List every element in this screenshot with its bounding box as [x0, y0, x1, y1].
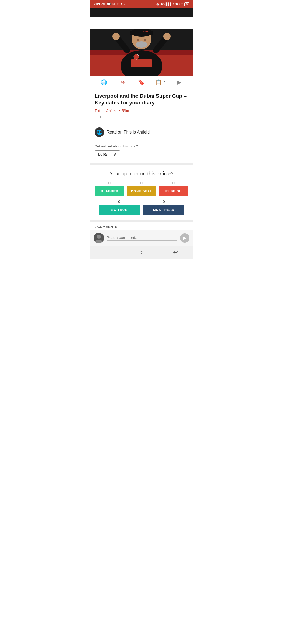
globe-action[interactable]: 🌐: [95, 79, 113, 85]
action-bar: 🌐 ↪ 🔖 📋 7 ▶: [90, 76, 193, 88]
battery-indicator: 97: [184, 2, 189, 6]
article-source: This Is Anfield • 53m: [95, 109, 188, 113]
source-name: This Is Anfield: [95, 109, 117, 113]
so-true-wrap: 0 SO TRUE: [99, 199, 140, 215]
copy-count: 7: [163, 80, 165, 84]
status-fb-icon: f: [121, 2, 122, 6]
share-icon: ↪: [121, 79, 125, 85]
alarm-icon: ⏰: [156, 3, 160, 6]
svg-rect-4: [131, 59, 152, 67]
copy-action[interactable]: 📋 7: [151, 79, 170, 85]
avatar-svg: [94, 233, 104, 243]
status-messenger-icon: 💬: [107, 2, 111, 6]
signal-bars: ▋▋▋: [166, 3, 172, 6]
section-divider: [90, 163, 193, 165]
must-read-wrap: 0 MUST READ: [143, 199, 184, 215]
send-icon: ▶: [183, 235, 187, 241]
blabber-count: 0: [108, 181, 111, 185]
play-icon: ▶: [177, 79, 181, 85]
opinion-section: Your opinion on this article? 0 BLABBER …: [90, 165, 193, 220]
hero-container: ← ⋮: [90, 8, 193, 76]
status-time: 7:09 PM: [94, 2, 105, 6]
nav-square-button[interactable]: □: [104, 249, 111, 256]
nav-home-button[interactable]: ○: [138, 249, 145, 256]
circle-icon: ○: [140, 249, 143, 256]
square-icon: □: [106, 249, 109, 256]
opinion-buttons-row1: 0 BLABBER 0 DONE DEAL 0 RUBBISH: [95, 181, 188, 196]
svg-rect-7: [130, 31, 153, 35]
nav-back-button[interactable]: ↩: [172, 249, 179, 256]
more-options-button[interactable]: ⋮: [183, 19, 188, 26]
copy-icon: 📋: [155, 79, 162, 85]
notify-tag-text: Dubai: [95, 151, 111, 158]
bookmark-action[interactable]: 🔖: [132, 79, 151, 85]
data-speed: 198 K/S: [173, 3, 183, 6]
status-bar: 7:09 PM 💬 ✉ P! f • ⏰ 4G ▋▋▋ 198 K/S 97: [90, 0, 193, 8]
done-deal-wrap: 0 DONE DEAL: [127, 181, 156, 196]
source-globe-icon: 🌐: [95, 127, 104, 137]
status-left: 7:09 PM 💬 ✉ P! f •: [94, 2, 125, 6]
done-deal-count: 0: [140, 181, 143, 185]
rubbish-button[interactable]: RUBBISH: [159, 186, 188, 196]
rubbish-count: 0: [172, 181, 175, 185]
article-time: 53m: [122, 109, 129, 113]
play-action[interactable]: ▶: [170, 79, 188, 85]
done-deal-button[interactable]: DONE DEAL: [127, 186, 156, 196]
read-on-label: Read on This Is Anfield: [107, 130, 150, 135]
nav-bar: □ ○ ↩: [90, 246, 193, 259]
share-action[interactable]: ↪: [113, 79, 132, 85]
article-content: Liverpool and the Dubai Super Cup – Key …: [90, 88, 193, 119]
user-avatar: [94, 233, 104, 243]
so-true-count: 0: [118, 199, 120, 204]
network-label: 4G: [161, 3, 165, 6]
svg-point-9: [144, 39, 146, 41]
svg-point-8: [137, 39, 139, 41]
article-comments-count: ... 0: [95, 115, 188, 119]
globe-icon: 🌐: [101, 79, 107, 85]
notify-label: Get notified about this topic?: [95, 144, 188, 148]
must-read-count: 0: [163, 199, 165, 204]
status-p-icon: P!: [117, 3, 119, 6]
article-title: Liverpool and the Dubai Super Cup – Key …: [95, 92, 188, 106]
opinion-title: Your opinion on this article?: [95, 171, 188, 177]
status-dot: •: [124, 2, 125, 6]
comments-divider: [90, 220, 193, 222]
source-dot: •: [119, 109, 120, 113]
read-on-section[interactable]: 🌐 Read on This Is Anfield: [90, 124, 193, 140]
status-msg-icon: ✉: [112, 2, 115, 6]
svg-point-17: [97, 235, 101, 239]
comments-header: 0 COMMENTS: [90, 222, 193, 230]
comment-input[interactable]: [107, 235, 177, 241]
svg-point-10: [136, 41, 147, 48]
blabber-button[interactable]: BLABBER: [95, 186, 124, 196]
svg-point-15: [134, 54, 139, 59]
notify-tag[interactable]: Dubai 🖊: [95, 150, 120, 158]
status-right: ⏰ 4G ▋▋▋ 198 K/S 97: [156, 2, 189, 6]
bookmark-icon: 🔖: [138, 79, 145, 85]
must-read-button[interactable]: MUST READ: [143, 205, 184, 215]
comment-input-bar: ▶: [90, 230, 193, 246]
blabber-wrap: 0 BLABBER: [95, 181, 124, 196]
header-bar: ← ⋮: [90, 17, 193, 29]
rubbish-wrap: 0 RUBBISH: [159, 181, 188, 196]
back-nav-icon: ↩: [173, 249, 178, 256]
notify-edit-icon[interactable]: 🖊: [111, 151, 120, 158]
send-comment-button[interactable]: ▶: [180, 233, 189, 243]
back-button[interactable]: ←: [95, 19, 100, 26]
notify-section: Get notified about this topic? Dubai 🖊: [90, 140, 193, 163]
so-true-button[interactable]: SO TRUE: [99, 205, 140, 215]
opinion-buttons-row2: 0 SO TRUE 0 MUST READ: [95, 199, 188, 215]
